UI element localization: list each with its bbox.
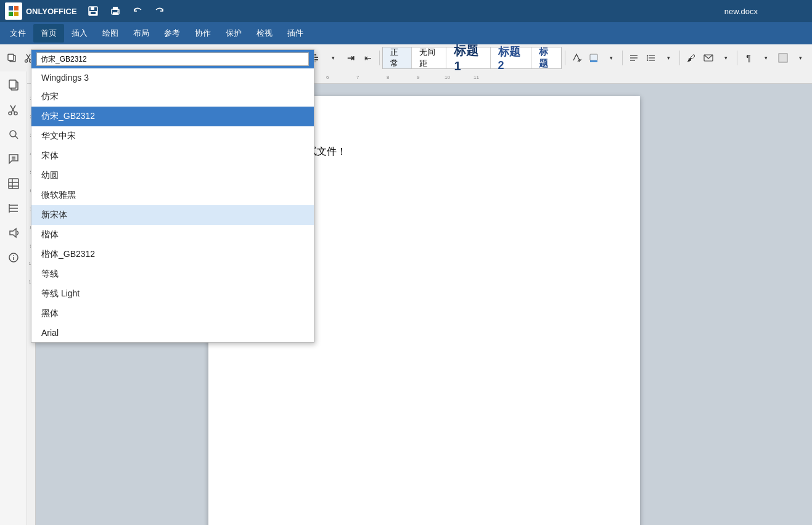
svg-rect-2 xyxy=(9,12,13,16)
left-sidebar xyxy=(0,71,27,525)
font-dropdown[interactable]: Wingdings 3 仿宋 仿宋_GB2312 华文中宋 宋体 幼圆 微软雅黑… xyxy=(31,49,314,343)
svg-line-55 xyxy=(15,136,18,139)
sep4 xyxy=(565,51,565,65)
font-list: Wingdings 3 仿宋 仿宋_GB2312 华文中宋 宋体 幼圆 微软雅黑… xyxy=(31,68,314,342)
svg-point-54 xyxy=(10,131,16,137)
svg-rect-48 xyxy=(779,54,787,62)
sep5 xyxy=(622,51,623,65)
filename: new.docx xyxy=(724,7,807,16)
svg-rect-58 xyxy=(9,179,18,189)
sidebar-table-icon[interactable] xyxy=(2,173,25,195)
font-item-fangsong-gb2312[interactable]: 仿宋_GB2312 xyxy=(31,107,314,126)
title-bar: ONLYOFFICE xyxy=(0,0,812,22)
font-item-dengxian[interactable]: 等线 xyxy=(31,264,314,284)
title-bar-controls xyxy=(84,2,724,20)
sidebar-search-icon[interactable] xyxy=(2,123,25,145)
svg-rect-40 xyxy=(590,60,597,62)
sidebar-comment-icon[interactable] xyxy=(2,148,25,170)
font-item-arial[interactable]: Arial xyxy=(31,324,314,342)
highlight-color-btn[interactable] xyxy=(586,50,602,66)
font-item-fangsong[interactable]: 仿宋 xyxy=(31,87,314,107)
print-button[interactable] xyxy=(107,2,124,20)
svg-point-69 xyxy=(13,255,14,256)
svg-rect-51 xyxy=(9,80,16,88)
svg-point-11 xyxy=(117,10,118,12)
sidebar-copy-icon[interactable] xyxy=(2,74,25,96)
menu-item-plugin[interactable]: 插件 xyxy=(280,24,311,43)
svg-rect-7 xyxy=(91,12,96,14)
menu-item-file[interactable]: 文件 xyxy=(2,24,33,43)
sidebar-cut-icon[interactable] xyxy=(2,99,25,121)
redo-button[interactable] xyxy=(151,2,168,20)
font-item-heiti[interactable]: 黑体 xyxy=(31,304,314,324)
highlight-arrow[interactable]: ▾ xyxy=(603,50,619,66)
svg-rect-3 xyxy=(14,12,18,16)
spacing-btn[interactable] xyxy=(643,50,659,66)
font-item-huawen-zhongsong[interactable]: 华文中宋 xyxy=(31,126,314,146)
menu-item-protect[interactable]: 保护 xyxy=(218,24,249,43)
menu-item-layout[interactable]: 布局 xyxy=(126,24,157,43)
envelope-arrow[interactable]: ▾ xyxy=(718,50,734,66)
menu-bar: 文件 首页 插入 绘图 布局 参考 协作 保护 检视 插件 xyxy=(0,22,812,44)
font-item-songti[interactable]: 宋体 xyxy=(31,146,314,166)
font-dropdown-header xyxy=(31,50,314,68)
copy-btn[interactable] xyxy=(4,50,20,66)
shading-btn[interactable] xyxy=(775,50,791,66)
svg-rect-1 xyxy=(14,6,18,10)
svg-rect-0 xyxy=(9,6,13,10)
style-heading2[interactable]: 标题 2 xyxy=(491,47,532,68)
style-heading1[interactable]: 标题 1 xyxy=(446,47,490,68)
menu-item-home[interactable]: 首页 xyxy=(33,24,64,43)
app-logo[interactable]: ONLYOFFICE xyxy=(5,2,77,20)
svg-rect-5 xyxy=(91,7,94,10)
menu-item-insert[interactable]: 插入 xyxy=(64,24,95,43)
svg-rect-39 xyxy=(590,54,597,60)
line-spacing-btn[interactable]: ▾ xyxy=(660,50,676,66)
shading-arrow[interactable]: ▾ xyxy=(792,50,808,66)
font-item-microsoft-yahei[interactable]: 微软雅黑 xyxy=(31,185,314,205)
envelope-btn[interactable] xyxy=(700,50,716,66)
font-item-youyuan[interactable]: 幼圆 xyxy=(31,166,314,185)
style-normal[interactable]: 正常 xyxy=(383,47,411,68)
menu-item-collaborate[interactable]: 协作 xyxy=(187,24,218,43)
svg-rect-10 xyxy=(113,12,118,15)
paragraph-arrow[interactable]: ▾ xyxy=(758,50,774,66)
svg-point-53 xyxy=(14,112,17,115)
menu-item-reference[interactable]: 参考 xyxy=(157,24,187,43)
logo-text: ONLYOFFICE xyxy=(26,7,77,16)
decrease-indent-btn[interactable]: ⇤ xyxy=(360,50,376,66)
undo-button[interactable] xyxy=(129,2,146,20)
style-no-spacing[interactable]: 无间距 xyxy=(412,47,447,68)
sidebar-list-icon[interactable] xyxy=(2,197,25,219)
menu-item-view[interactable]: 检视 xyxy=(249,24,280,43)
svg-point-14 xyxy=(25,60,28,62)
format-painter-btn[interactable]: 🖌 xyxy=(683,50,699,66)
style-heading3[interactable]: 标题 xyxy=(531,47,561,68)
font-item-kaiti[interactable]: 楷体 xyxy=(31,225,314,245)
font-item-new-songti[interactable]: 新宋体 xyxy=(31,205,314,225)
font-item-kaiti-gb2312[interactable]: 楷体_GB2312 xyxy=(31,245,314,264)
paragraph-mark-btn[interactable]: ¶ xyxy=(740,50,757,66)
logo-icon xyxy=(5,2,22,20)
increase-indent-btn[interactable]: ⇥ xyxy=(343,50,359,66)
clear-formatting-btn[interactable] xyxy=(568,50,584,66)
svg-rect-13 xyxy=(8,54,14,60)
font-search-input[interactable] xyxy=(36,52,309,66)
format-btn-1[interactable] xyxy=(626,50,642,66)
sep7 xyxy=(737,51,737,65)
sidebar-sound-icon[interactable] xyxy=(2,222,25,244)
font-item-wingdings3[interactable]: Wingdings 3 xyxy=(31,68,314,87)
sep6 xyxy=(679,51,680,65)
font-item-dengxian-light[interactable]: 等线 Light xyxy=(31,284,314,304)
svg-point-52 xyxy=(9,112,12,115)
save-button[interactable] xyxy=(84,2,102,20)
svg-marker-66 xyxy=(10,229,16,237)
sep3 xyxy=(379,51,380,65)
sidebar-info-icon[interactable] xyxy=(2,246,25,269)
svg-rect-9 xyxy=(113,7,118,10)
menu-item-draw[interactable]: 绘图 xyxy=(95,24,126,43)
multilevel-list-arrow[interactable]: ▾ xyxy=(326,50,342,66)
